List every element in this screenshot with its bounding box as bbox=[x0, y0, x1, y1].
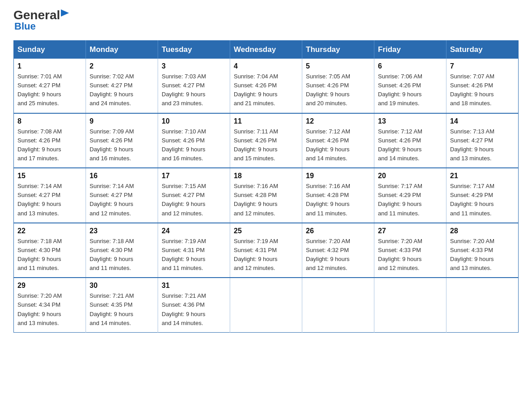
day-number: 2 bbox=[90, 62, 154, 70]
table-row: 25Sunrise: 7:19 AM Sunset: 4:31 PM Dayli… bbox=[230, 223, 302, 278]
table-row: 26Sunrise: 7:20 AM Sunset: 4:32 PM Dayli… bbox=[302, 223, 374, 278]
table-row: 4Sunrise: 7:04 AM Sunset: 4:26 PM Daylig… bbox=[230, 59, 302, 113]
day-info: Sunrise: 7:03 AM Sunset: 4:27 PM Dayligh… bbox=[162, 72, 226, 108]
col-saturday: Saturday bbox=[446, 41, 519, 59]
logo-text-general: General bbox=[13, 9, 60, 21]
day-info: Sunrise: 7:17 AM Sunset: 4:29 PM Dayligh… bbox=[450, 182, 515, 218]
day-info: Sunrise: 7:16 AM Sunset: 4:28 PM Dayligh… bbox=[306, 182, 370, 218]
calendar-week-row: 1Sunrise: 7:01 AM Sunset: 4:27 PM Daylig… bbox=[14, 59, 519, 113]
table-row: 21Sunrise: 7:17 AM Sunset: 4:29 PM Dayli… bbox=[446, 168, 519, 223]
logo: General Blue bbox=[13, 9, 71, 32]
header: General Blue bbox=[13, 9, 519, 32]
table-row bbox=[446, 278, 519, 332]
col-sunday: Sunday bbox=[14, 41, 86, 59]
day-number: 23 bbox=[90, 227, 154, 235]
day-info: Sunrise: 7:08 AM Sunset: 4:26 PM Dayligh… bbox=[17, 127, 82, 163]
calendar-week-row: 29Sunrise: 7:20 AM Sunset: 4:34 PM Dayli… bbox=[14, 278, 519, 332]
day-info: Sunrise: 7:18 AM Sunset: 4:30 PM Dayligh… bbox=[90, 237, 154, 273]
day-number: 14 bbox=[450, 117, 515, 125]
day-info: Sunrise: 7:02 AM Sunset: 4:27 PM Dayligh… bbox=[90, 72, 154, 108]
day-info: Sunrise: 7:01 AM Sunset: 4:27 PM Dayligh… bbox=[17, 72, 82, 108]
table-row bbox=[302, 278, 374, 332]
day-number: 3 bbox=[162, 62, 226, 70]
day-number: 18 bbox=[234, 172, 298, 180]
day-number: 20 bbox=[378, 172, 442, 180]
table-row: 31Sunrise: 7:21 AM Sunset: 4:36 PM Dayli… bbox=[158, 278, 230, 332]
day-number: 9 bbox=[90, 117, 154, 125]
day-info: Sunrise: 7:15 AM Sunset: 4:27 PM Dayligh… bbox=[162, 182, 226, 218]
day-info: Sunrise: 7:20 AM Sunset: 4:32 PM Dayligh… bbox=[306, 237, 370, 273]
day-number: 11 bbox=[234, 117, 298, 125]
table-row: 22Sunrise: 7:18 AM Sunset: 4:30 PM Dayli… bbox=[14, 223, 86, 278]
day-number: 8 bbox=[17, 117, 82, 125]
day-number: 24 bbox=[162, 227, 226, 235]
table-row: 11Sunrise: 7:11 AM Sunset: 4:26 PM Dayli… bbox=[230, 113, 302, 168]
day-info: Sunrise: 7:16 AM Sunset: 4:28 PM Dayligh… bbox=[234, 182, 298, 218]
day-number: 10 bbox=[162, 117, 226, 125]
day-number: 28 bbox=[450, 227, 515, 235]
logo-triangle-icon bbox=[61, 9, 71, 19]
day-number: 19 bbox=[306, 172, 370, 180]
day-info: Sunrise: 7:20 AM Sunset: 4:33 PM Dayligh… bbox=[378, 237, 442, 273]
table-row: 27Sunrise: 7:20 AM Sunset: 4:33 PM Dayli… bbox=[374, 223, 446, 278]
day-info: Sunrise: 7:06 AM Sunset: 4:26 PM Dayligh… bbox=[378, 72, 442, 108]
calendar-table: Sunday Monday Tuesday Wednesday Thursday… bbox=[13, 40, 519, 333]
day-info: Sunrise: 7:21 AM Sunset: 4:36 PM Dayligh… bbox=[162, 291, 226, 328]
day-number: 1 bbox=[17, 62, 82, 70]
table-row: 20Sunrise: 7:17 AM Sunset: 4:29 PM Dayli… bbox=[374, 168, 446, 223]
calendar-week-row: 8Sunrise: 7:08 AM Sunset: 4:26 PM Daylig… bbox=[14, 113, 519, 168]
day-number: 4 bbox=[234, 62, 298, 70]
table-row: 13Sunrise: 7:12 AM Sunset: 4:26 PM Dayli… bbox=[374, 113, 446, 168]
table-row: 1Sunrise: 7:01 AM Sunset: 4:27 PM Daylig… bbox=[14, 59, 86, 113]
day-info: Sunrise: 7:05 AM Sunset: 4:26 PM Dayligh… bbox=[306, 72, 370, 108]
table-row: 16Sunrise: 7:14 AM Sunset: 4:27 PM Dayli… bbox=[86, 168, 158, 223]
table-row: 18Sunrise: 7:16 AM Sunset: 4:28 PM Dayli… bbox=[230, 168, 302, 223]
day-number: 31 bbox=[162, 282, 226, 290]
calendar-week-row: 22Sunrise: 7:18 AM Sunset: 4:30 PM Dayli… bbox=[14, 223, 519, 278]
table-row: 29Sunrise: 7:20 AM Sunset: 4:34 PM Dayli… bbox=[14, 278, 86, 332]
table-row: 24Sunrise: 7:19 AM Sunset: 4:31 PM Dayli… bbox=[158, 223, 230, 278]
day-number: 12 bbox=[306, 117, 370, 125]
table-row bbox=[374, 278, 446, 332]
day-number: 6 bbox=[378, 62, 442, 70]
col-friday: Friday bbox=[374, 41, 446, 59]
table-row: 10Sunrise: 7:10 AM Sunset: 4:26 PM Dayli… bbox=[158, 113, 230, 168]
day-info: Sunrise: 7:19 AM Sunset: 4:31 PM Dayligh… bbox=[234, 237, 298, 273]
day-info: Sunrise: 7:10 AM Sunset: 4:26 PM Dayligh… bbox=[162, 127, 226, 163]
calendar-header-row: Sunday Monday Tuesday Wednesday Thursday… bbox=[14, 41, 519, 59]
day-number: 7 bbox=[450, 62, 515, 70]
table-row: 15Sunrise: 7:14 AM Sunset: 4:27 PM Dayli… bbox=[14, 168, 86, 223]
day-info: Sunrise: 7:09 AM Sunset: 4:26 PM Dayligh… bbox=[90, 127, 154, 163]
day-number: 17 bbox=[162, 172, 226, 180]
table-row: 17Sunrise: 7:15 AM Sunset: 4:27 PM Dayli… bbox=[158, 168, 230, 223]
day-number: 26 bbox=[306, 227, 370, 235]
day-info: Sunrise: 7:19 AM Sunset: 4:31 PM Dayligh… bbox=[162, 237, 226, 273]
table-row: 12Sunrise: 7:12 AM Sunset: 4:26 PM Dayli… bbox=[302, 113, 374, 168]
col-wednesday: Wednesday bbox=[230, 41, 302, 59]
day-number: 21 bbox=[450, 172, 515, 180]
col-tuesday: Tuesday bbox=[158, 41, 230, 59]
table-row: 8Sunrise: 7:08 AM Sunset: 4:26 PM Daylig… bbox=[14, 113, 86, 168]
table-row: 2Sunrise: 7:02 AM Sunset: 4:27 PM Daylig… bbox=[86, 59, 158, 113]
table-row: 28Sunrise: 7:20 AM Sunset: 4:33 PM Dayli… bbox=[446, 223, 519, 278]
table-row: 7Sunrise: 7:07 AM Sunset: 4:26 PM Daylig… bbox=[446, 59, 519, 113]
day-number: 22 bbox=[17, 227, 82, 235]
day-number: 30 bbox=[90, 282, 154, 290]
day-number: 13 bbox=[378, 117, 442, 125]
day-number: 29 bbox=[17, 282, 82, 290]
col-thursday: Thursday bbox=[302, 41, 374, 59]
calendar-week-row: 15Sunrise: 7:14 AM Sunset: 4:27 PM Dayli… bbox=[14, 168, 519, 223]
table-row: 23Sunrise: 7:18 AM Sunset: 4:30 PM Dayli… bbox=[86, 223, 158, 278]
day-info: Sunrise: 7:20 AM Sunset: 4:33 PM Dayligh… bbox=[450, 237, 515, 273]
day-number: 25 bbox=[234, 227, 298, 235]
table-row: 14Sunrise: 7:13 AM Sunset: 4:27 PM Dayli… bbox=[446, 113, 519, 168]
day-info: Sunrise: 7:07 AM Sunset: 4:26 PM Dayligh… bbox=[450, 72, 515, 108]
day-info: Sunrise: 7:14 AM Sunset: 4:27 PM Dayligh… bbox=[17, 182, 82, 218]
table-row: 5Sunrise: 7:05 AM Sunset: 4:26 PM Daylig… bbox=[302, 59, 374, 113]
day-number: 15 bbox=[17, 172, 82, 180]
table-row: 6Sunrise: 7:06 AM Sunset: 4:26 PM Daylig… bbox=[374, 59, 446, 113]
table-row: 3Sunrise: 7:03 AM Sunset: 4:27 PM Daylig… bbox=[158, 59, 230, 113]
svg-marker-0 bbox=[61, 9, 69, 17]
day-info: Sunrise: 7:12 AM Sunset: 4:26 PM Dayligh… bbox=[306, 127, 370, 163]
day-info: Sunrise: 7:13 AM Sunset: 4:27 PM Dayligh… bbox=[450, 127, 515, 163]
